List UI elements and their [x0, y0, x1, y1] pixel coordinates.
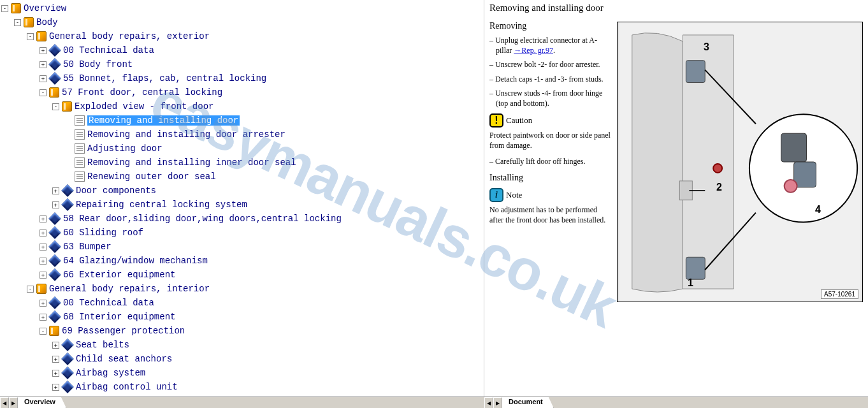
tree-item[interactable]: +00 Technical data — [1, 43, 482, 57]
expand-icon[interactable]: + — [40, 229, 47, 237]
tree-item[interactable]: -Body — [1, 15, 482, 29]
expand-icon[interactable]: + — [52, 201, 59, 208]
collapse-icon[interactable]: - — [1, 5, 8, 12]
collapse-icon[interactable]: - — [27, 33, 34, 40]
tree-item-label: Exploded view - front door — [75, 101, 213, 112]
tree-item[interactable]: Removing and installing door arrester — [1, 127, 482, 142]
expand-icon[interactable]: + — [40, 258, 47, 265]
tree-item[interactable]: Removing and installing door — [1, 113, 482, 127]
diamond-icon — [61, 184, 74, 197]
tree-item[interactable]: +Door components — [1, 184, 482, 198]
doc-link-rep-gr-97[interactable]: →Rep. gr.97 — [514, 46, 553, 55]
expand-icon[interactable]: + — [40, 314, 47, 321]
tree-item-label: Removing and installing door arrester — [87, 129, 286, 140]
tree-item[interactable]: -57 Front door, central locking — [1, 85, 482, 99]
tree-item[interactable]: +50 Body front — [1, 57, 482, 71]
tree-item[interactable]: +Repairing central locking system — [1, 198, 482, 212]
book-icon — [11, 3, 21, 13]
tab-scroll-right-icon[interactable]: ▶ — [493, 397, 502, 408]
tree-item[interactable]: Adjusting door — [1, 142, 482, 156]
tab-scroll-right-icon[interactable]: ▶ — [9, 397, 18, 408]
tree-item-label: General body repairs, interior — [49, 284, 210, 294]
svg-rect-6 — [794, 162, 816, 187]
expand-icon[interactable]: + — [52, 356, 59, 363]
diagram-code: A57-10261 — [821, 289, 858, 299]
tree-panel[interactable]: -Overview-Body-General body repairs, ext… — [0, 0, 484, 397]
collapse-icon[interactable]: - — [27, 286, 34, 293]
collapse-icon[interactable]: - — [14, 19, 21, 26]
tree-item-label: 69 Passenger protection — [62, 326, 185, 336]
collapse-icon[interactable]: - — [40, 89, 47, 96]
tree-item[interactable]: Renewing outer door seal — [1, 170, 482, 184]
expand-icon[interactable]: + — [40, 75, 47, 82]
diamond-icon — [48, 212, 61, 225]
no-expander — [65, 117, 72, 124]
caution-label: Caution — [506, 115, 532, 126]
tree-item[interactable]: +Seat belts — [1, 338, 482, 352]
expand-icon[interactable]: + — [52, 370, 59, 377]
tree-item[interactable]: -69 Passenger protection — [1, 324, 482, 338]
tree-item[interactable]: +Child seat anchors — [1, 352, 482, 366]
expand-icon[interactable]: + — [40, 272, 47, 279]
diagram-callout-4: 4 — [815, 204, 821, 215]
tree-item[interactable]: +58 Rear door,sliding door,wing doors,ce… — [1, 212, 482, 226]
tree-item[interactable]: Removing and installing inner door seal — [1, 156, 482, 170]
tree-item-label: Seat belts — [76, 340, 129, 350]
tab-scroll-left-icon[interactable]: ◀ — [0, 397, 9, 408]
tree-item-label: Adjusting door — [87, 143, 163, 154]
tree-item[interactable]: +68 Interior equipment — [1, 310, 482, 324]
tree-item[interactable]: -Overview — [1, 1, 482, 15]
diamond-icon — [61, 198, 74, 211]
tree-item-label: 58 Rear door,sliding door,wing doors,cen… — [63, 214, 342, 224]
tree-item[interactable]: +64 Glazing/window mechanism — [1, 254, 482, 268]
tree-item[interactable]: +Airbag control unit — [1, 380, 482, 394]
collapse-icon[interactable]: - — [52, 103, 59, 110]
tab-document[interactable]: Document — [502, 397, 554, 408]
diamond-icon — [48, 58, 61, 71]
doc-icon — [75, 129, 85, 140]
tree-item-label: Overview — [24, 3, 66, 13]
book-icon — [62, 101, 72, 112]
diamond-icon — [48, 72, 61, 85]
tab-scroll-left-icon[interactable]: ◀ — [484, 397, 493, 408]
tree-item-label: 60 Sliding roof — [63, 228, 143, 238]
doc-step: Unscrew bolt -2- for door arrester. — [496, 59, 612, 69]
diamond-icon — [48, 268, 61, 281]
expand-icon[interactable]: + — [40, 300, 47, 307]
expand-icon[interactable]: + — [52, 342, 59, 349]
collapse-icon[interactable]: - — [40, 328, 47, 335]
doc-section-installing: Installing — [489, 173, 612, 183]
tree-item[interactable]: -Exploded view - front door — [1, 99, 482, 113]
book-icon — [36, 31, 47, 41]
tree-item-label: 50 Body front — [63, 59, 133, 69]
diamond-icon — [61, 339, 74, 351]
tree-item[interactable]: +63 Bumper — [1, 240, 482, 254]
expand-icon[interactable]: + — [40, 47, 47, 54]
tree-item[interactable]: +66 Exterior equipment — [1, 268, 482, 282]
no-expander — [65, 173, 72, 180]
expand-icon[interactable]: + — [40, 61, 47, 68]
tree-item[interactable]: +Airbag system — [1, 366, 482, 380]
expand-icon[interactable]: + — [52, 384, 59, 391]
diagram-callout-2: 2 — [716, 182, 722, 193]
expand-icon[interactable]: + — [40, 215, 47, 222]
tree-item[interactable]: -General body repairs, interior — [1, 282, 482, 296]
expand-icon[interactable]: + — [52, 187, 59, 194]
diamond-icon — [61, 367, 74, 379]
tab-overview[interactable]: Overview — [18, 397, 66, 408]
doc-step: Unscrew studs -4- from door hinge (top a… — [496, 88, 612, 108]
diamond-icon — [48, 240, 61, 253]
diamond-icon — [61, 353, 74, 365]
doc-icon — [75, 157, 85, 168]
tree-item[interactable]: +55 Bonnet, flaps, cab, central locking — [1, 71, 482, 85]
tree-item-label: Airbag control unit — [76, 382, 178, 392]
book-icon — [36, 284, 47, 294]
expand-icon[interactable]: + — [40, 244, 47, 251]
tree-item-label: General body repairs, exterior — [49, 31, 210, 41]
tree-item[interactable]: -General body repairs, exterior — [1, 29, 482, 43]
diamond-icon — [48, 44, 61, 57]
tree-item[interactable]: +60 Sliding roof — [1, 226, 482, 240]
tree-item[interactable]: +00 Technical data — [1, 296, 482, 310]
doc-step: Unplug electrical connector at A-pillar … — [496, 35, 612, 55]
caution-text: Protect paintwork on door or side panel … — [489, 130, 612, 150]
